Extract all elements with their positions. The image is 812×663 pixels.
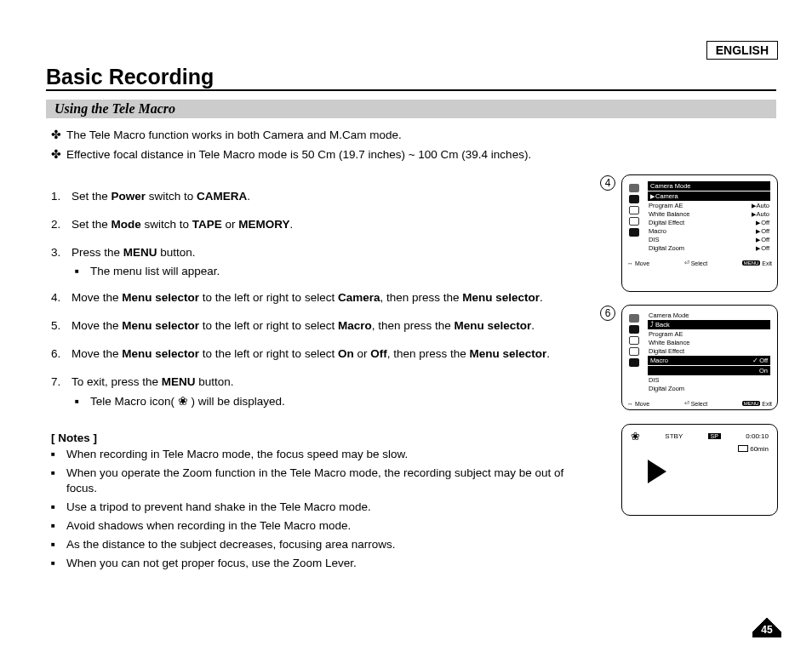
- square-bullet-icon: ■: [75, 394, 90, 410]
- timecode: 0:00:10: [746, 432, 769, 440]
- square-bullet-icon: ■: [51, 447, 66, 463]
- memory-icon: [629, 347, 639, 356]
- notes-heading: [ Notes ]: [51, 431, 579, 447]
- step-item: 6.Move the Menu selector to the left or …: [51, 346, 579, 363]
- menu-row: Program AE▶Auto: [648, 202, 770, 209]
- menu-row: White Balance▶Auto: [648, 210, 770, 218]
- menu-row: Digital Zoom▶Off: [648, 244, 770, 252]
- step-item: 7.To exit, press the MENU button.: [51, 374, 579, 391]
- note-text: When recording in Tele Macro mode, the f…: [66, 447, 408, 463]
- square-bullet-icon: ■: [51, 500, 66, 516]
- intro-text: The Tele Macro function works in both Ca…: [66, 128, 402, 144]
- flower-icon: ❀: [631, 430, 640, 443]
- page-title: Basic Recording: [46, 65, 214, 89]
- note-text: Avoid shadows when recording in the Tele…: [66, 518, 351, 534]
- select-icon: ⏎: [684, 400, 689, 407]
- stby-label: STBY: [665, 432, 683, 440]
- menu-row: DIS▶Off: [648, 236, 770, 243]
- step-item: 4.Move the Menu selector to the left or …: [51, 290, 579, 306]
- select-icon: ⏎: [684, 260, 689, 266]
- note-text: When you can not get proper focus, use t…: [66, 556, 357, 572]
- menu-row: Digital Zoom: [648, 385, 770, 392]
- step-number: 2.: [51, 217, 71, 233]
- intro-bullets: ✤The Tele Macro function works in both C…: [51, 128, 579, 163]
- step-ref-6: 6: [600, 306, 615, 321]
- title-rule: [46, 89, 776, 91]
- camera-icon: [629, 325, 639, 334]
- note-item: ■When you operate the Zoom function in t…: [51, 466, 579, 498]
- camera-icon: [629, 195, 639, 203]
- bullet-icon: ✤: [51, 128, 66, 144]
- panel6-on-row: On: [648, 366, 770, 375]
- square-bullet-icon: ■: [51, 556, 66, 572]
- sp-badge: SP: [708, 433, 721, 439]
- remaining-time: 60min: [750, 445, 769, 453]
- notes-list: ■When recording in Tele Macro mode, the …: [51, 447, 579, 572]
- step-ref-4: 4: [600, 175, 615, 191]
- move-icon: ↔: [627, 260, 633, 266]
- note-item: ■As the distance to the subject decrease…: [51, 537, 579, 553]
- panel6-back-row: ⤴ Back: [648, 320, 770, 329]
- screen-panel-6: 6 Camera Mode ⤴ Back Program AEWhite Bal…: [621, 305, 778, 410]
- panel6-header: Camera Mode: [648, 311, 770, 319]
- note-text: As the distance to the subject decreases…: [66, 537, 395, 553]
- step-text: Press the MENU button.: [71, 245, 196, 261]
- step-text: Set the Mode switch to TAPE or MEMORY.: [71, 217, 293, 233]
- square-bullet-icon: ■: [51, 537, 66, 553]
- intro-text: Effective focal distance in Tele Macro m…: [66, 147, 531, 163]
- camera-mode-icon: [629, 184, 639, 192]
- section-heading: Using the Tele Macro: [46, 100, 776, 118]
- step-item: 3.Press the MENU button.: [51, 245, 579, 261]
- camera-mode-icon: [629, 314, 639, 323]
- step-item: 1.Set the Power switch to CAMERA.: [51, 189, 579, 205]
- cassette-icon: [738, 445, 748, 452]
- memory-icon: [629, 217, 639, 226]
- menu-row: DIS: [648, 376, 770, 384]
- menu-row: Program AE: [648, 330, 770, 338]
- menu-row: Digital Effect: [648, 347, 770, 355]
- step-item: 2.Set the Mode switch to TAPE or MEMORY.: [51, 217, 579, 233]
- step-text: Move the Menu selector to the left or ri…: [71, 346, 550, 363]
- step-text: Move the Menu selector to the left or ri…: [71, 318, 535, 334]
- note-item: ■Avoid shadows when recording in the Tel…: [51, 518, 579, 534]
- step-subitem: ■The menu list will appear.: [75, 264, 579, 280]
- menu-row: Macro▶Off: [648, 227, 770, 235]
- panel-icon-column: [629, 184, 639, 237]
- screen-panel-4: 4 Camera Mode ▶Camera Program AE▶AutoWhi…: [621, 174, 778, 292]
- move-icon: ↔: [627, 401, 633, 407]
- panel4-camera-row: ▶Camera: [648, 191, 770, 201]
- bullet-icon: ✤: [51, 147, 66, 163]
- step-number: 7.: [51, 374, 71, 391]
- panel4-header: Camera Mode: [648, 181, 770, 191]
- menu-pill-icon: MENU: [742, 401, 761, 406]
- step-text: Set the Power switch to CAMERA.: [71, 189, 250, 205]
- page-number-flag: 45: [752, 612, 781, 637]
- panel-nav: ↔Move ⏎Select MENUExit: [622, 400, 777, 410]
- step-text: Move the Menu selector to the left or ri…: [71, 290, 543, 306]
- note-text: When you operate the Zoom function in th…: [66, 466, 579, 498]
- menu-row: White Balance: [648, 339, 770, 346]
- note-text: Use a tripod to prevent hand shake in th…: [66, 500, 371, 516]
- language-label: ENGLISH: [706, 41, 778, 60]
- tape-icon: [629, 336, 639, 345]
- settings-icon: [629, 228, 639, 237]
- panel-nav: ↔Move ⏎Select MENUExit: [622, 260, 777, 270]
- step-number: 4.: [51, 290, 71, 306]
- menu-pill-icon: MENU: [742, 260, 761, 266]
- tape-icon: [629, 206, 639, 214]
- step-number: 5.: [51, 318, 71, 334]
- settings-icon: [629, 358, 639, 367]
- step-item: 5.Move the Menu selector to the left or …: [51, 318, 579, 334]
- square-bullet-icon: ■: [51, 518, 66, 534]
- step-number: 6.: [51, 346, 71, 363]
- menu-row: Digital Effect▶Off: [648, 219, 770, 226]
- note-item: ■Use a tripod to prevent hand shake in t…: [51, 500, 579, 516]
- square-bullet-icon: ■: [75, 264, 90, 280]
- square-bullet-icon: ■: [51, 466, 66, 498]
- step-list: 1.Set the Power switch to CAMERA.2.Set t…: [51, 189, 579, 410]
- step-number: 1.: [51, 189, 71, 205]
- step-number: 3.: [51, 245, 71, 261]
- panel6-macro-row: Macro ✓Off: [648, 356, 770, 365]
- step-subtext: Tele Macro icon( ❀ ) will be displayed.: [90, 394, 285, 410]
- step-text: To exit, press the MENU button.: [71, 374, 234, 391]
